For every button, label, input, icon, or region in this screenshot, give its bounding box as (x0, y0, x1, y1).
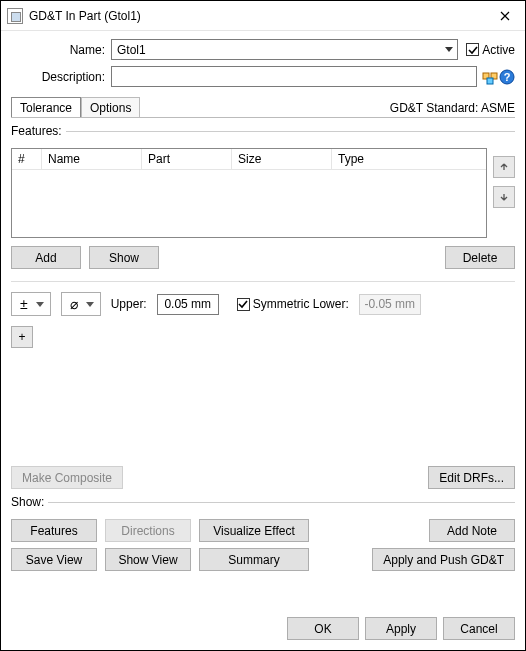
tabs-row: Tolerance Options GD&T Standard: ASME (11, 97, 515, 117)
checkbox-box (466, 43, 479, 56)
move-up-button[interactable] (493, 156, 515, 178)
tolerance-panel: Features: # Name Part Size Type (11, 117, 515, 489)
features-table-area: # Name Part Size Type (11, 148, 515, 238)
cancel-button[interactable]: Cancel (443, 617, 515, 640)
show-view-button[interactable]: Show View (105, 548, 191, 571)
tab-tolerance-label: Tolerance (20, 101, 72, 115)
symmetric-lower-checkbox[interactable]: Symmetric Lower: (237, 297, 349, 311)
check-icon (238, 299, 248, 309)
directions-button: Directions (105, 519, 191, 542)
library-icon-button[interactable] (482, 69, 498, 85)
symmetric-lower-label: Symmetric Lower: (253, 297, 349, 311)
features-table-body (12, 170, 486, 237)
symbol-dropdown[interactable]: ⌀ (61, 292, 101, 316)
help-icon-button[interactable]: ? (499, 69, 515, 85)
add-note-button[interactable]: Add Note (429, 519, 515, 542)
features-buttons: Add Show Delete (11, 246, 515, 269)
help-icon: ? (499, 69, 515, 85)
plus-icon: + (18, 330, 25, 344)
lower-input (359, 294, 421, 315)
col-part[interactable]: Part (142, 149, 232, 169)
features-table-left: # Name Part Size Type (11, 148, 487, 238)
show-grid: Features Save View Directions Show View … (11, 519, 515, 571)
tolerance-spacer (11, 348, 515, 458)
close-button[interactable] (485, 1, 525, 30)
arrow-up-icon (499, 162, 509, 172)
name-row: Name: Active (11, 39, 515, 60)
name-label: Name: (11, 43, 111, 57)
save-view-button[interactable]: Save View (11, 548, 97, 571)
close-icon (500, 11, 510, 21)
dialog-buttons: OK Apply Cancel (1, 607, 525, 650)
chevron-down-icon (86, 302, 94, 307)
features-legend: Features: (11, 124, 66, 138)
upper-input[interactable] (157, 294, 219, 315)
name-dropdown-button[interactable] (440, 39, 458, 60)
apply-push-gdt-button[interactable]: Apply and Push GD&T (372, 548, 515, 571)
tolerance-row: ± ⌀ Upper: Symmetric Lower: (11, 292, 515, 316)
svg-text:?: ? (504, 71, 511, 83)
description-label: Description: (11, 70, 111, 84)
chevron-down-icon (36, 302, 44, 307)
titlebar: GD&T In Part (Gtol1) (1, 1, 525, 31)
diameter-icon: ⌀ (70, 296, 78, 312)
col-index[interactable]: # (12, 149, 42, 169)
summary-button[interactable]: Summary (199, 548, 309, 571)
app-icon (7, 8, 23, 24)
make-composite-button: Make Composite (11, 466, 123, 489)
active-label: Active (482, 43, 515, 57)
add-button[interactable]: Add (11, 246, 81, 269)
visualize-effect-button[interactable]: Visualize Effect (199, 519, 309, 542)
description-input[interactable] (111, 66, 477, 87)
gdt-standard-label: GD&T Standard: ASME (390, 101, 515, 115)
features-table[interactable]: # Name Part Size Type (11, 148, 487, 238)
tab-options[interactable]: Options (81, 97, 140, 117)
add-tolerance-button[interactable]: + (11, 326, 33, 348)
tabs: Tolerance Options (11, 97, 140, 117)
description-icons: ? (481, 69, 515, 85)
arrow-down-icon (499, 192, 509, 202)
description-row: Description: ? (11, 66, 515, 87)
checkbox-box (237, 298, 250, 311)
show-fieldset: Show: Features Save View Directions Show… (11, 495, 515, 571)
ok-button[interactable]: OK (287, 617, 359, 640)
reorder-buttons (487, 148, 515, 238)
edit-drfs-button[interactable]: Edit DRFs... (428, 466, 515, 489)
chevron-down-icon (445, 47, 453, 52)
tolerance-type-dropdown[interactable]: ± (11, 292, 51, 316)
svg-rect-2 (487, 78, 493, 84)
col-size[interactable]: Size (232, 149, 332, 169)
show-features-button[interactable]: Features (11, 519, 97, 542)
apply-button[interactable]: Apply (365, 617, 437, 640)
name-input[interactable] (111, 39, 440, 60)
tab-tolerance[interactable]: Tolerance (11, 97, 81, 117)
features-table-header: # Name Part Size Type (12, 149, 486, 170)
separator (11, 281, 515, 282)
col-name[interactable]: Name (42, 149, 142, 169)
window-title: GD&T In Part (Gtol1) (29, 9, 485, 23)
show-legend: Show: (11, 495, 48, 509)
show-button[interactable]: Show (89, 246, 159, 269)
move-down-button[interactable] (493, 186, 515, 208)
dialog-content: Name: Active Description: (1, 31, 525, 607)
plus-minus-icon: ± (20, 296, 28, 312)
upper-label: Upper: (111, 297, 147, 311)
delete-button[interactable]: Delete (445, 246, 515, 269)
tab-options-label: Options (90, 101, 131, 115)
col-type[interactable]: Type (332, 149, 486, 169)
composite-row: Make Composite Edit DRFs... (11, 466, 515, 489)
check-icon (468, 45, 478, 55)
features-fieldset: Features: # Name Part Size Type (11, 124, 515, 269)
library-icon (482, 69, 498, 85)
dialog-window: GD&T In Part (Gtol1) Name: Active Descri… (0, 0, 526, 651)
active-checkbox[interactable]: Active (466, 43, 515, 57)
